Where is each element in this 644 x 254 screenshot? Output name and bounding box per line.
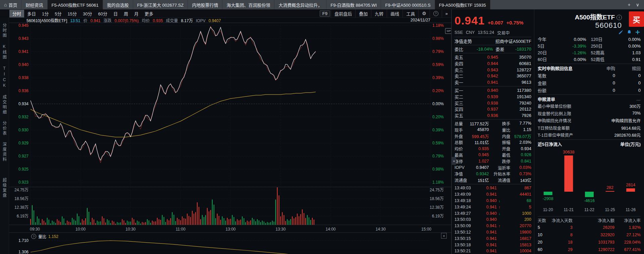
period-button[interactable]: 周 xyxy=(121,10,131,17)
nav-trend-link[interactable]: 净值走势 xyxy=(454,38,472,44)
top-tab[interactable]: 我的自选股 xyxy=(103,0,133,9)
svg-text:30638: 30638 xyxy=(563,150,575,154)
sidebar-item[interactable]: K线图 xyxy=(2,44,7,60)
toolbar-tool-button[interactable]: 九转 xyxy=(371,9,387,17)
toolbar-tool-button[interactable]: 工具 xyxy=(402,9,418,17)
toolbar-tool-button[interactable]: 叠加 xyxy=(355,9,371,17)
period-button[interactable]: 1分 xyxy=(39,10,52,17)
subscription-row: 份额00 xyxy=(538,86,641,94)
trading-status: 交易中 xyxy=(497,29,510,36)
top-tab[interactable]: 海大集团、百润股份领 xyxy=(222,0,274,9)
period-button[interactable]: 多日 xyxy=(24,10,39,17)
expand-more-icon[interactable]: » xyxy=(442,9,451,17)
settings-gear-icon[interactable]: ⚙ xyxy=(418,9,430,17)
edit-pencil-icon[interactable] xyxy=(619,30,623,35)
chart-header: 560610[A500指数ETF]13:51价0.941涨跌0.007(0.75… xyxy=(9,17,451,23)
info-icon[interactable]: i xyxy=(616,15,622,20)
flow-table-cell: 677.41% xyxy=(614,247,641,252)
svg-text:0.00%: 0.00% xyxy=(432,102,444,106)
top-tab[interactable]: 大消费概念异动拉升， xyxy=(274,0,326,9)
last-price: 0.941 xyxy=(454,14,485,27)
trade-price: 0.941 xyxy=(475,205,497,209)
stock-name: A500指数ETF xyxy=(575,14,615,21)
stat-label: IOPV xyxy=(454,165,468,170)
period-button[interactable]: 60分 xyxy=(95,10,110,17)
help-button[interactable]: ? xyxy=(430,9,442,17)
sidebar-item[interactable]: TICK xyxy=(2,66,7,89)
svg-text:10:00: 10:00 xyxy=(75,227,86,232)
bid-row[interactable]: 买一0.940117380 xyxy=(454,87,531,93)
intraday-chart-canvas[interactable]: 0.9451.18%0.9430.98%0.9410.79%0.9400.59%… xyxy=(9,17,451,254)
sales-row: 13:49:180.940↓68 xyxy=(454,198,531,204)
subscribe-col-label: 申购 xyxy=(584,65,615,71)
period-button[interactable]: 分时 xyxy=(9,10,24,17)
chart-header-field: 8.17万 xyxy=(181,18,193,23)
flow-table-header-cell: 天数 xyxy=(538,217,551,224)
stat-value: 0.03% xyxy=(511,165,532,170)
collapse-tabs-icon[interactable]: ∨ xyxy=(636,2,639,7)
more-icon[interactable]: … xyxy=(636,97,641,102)
add-plus-icon[interactable] xyxy=(635,30,640,35)
fn-key-chip[interactable]: F9 xyxy=(320,10,330,17)
ask-row[interactable]: 卖五0.94535070 xyxy=(454,54,531,60)
trade-price: 0.940 xyxy=(475,217,497,222)
top-tab[interactable]: ⌂首页 xyxy=(0,0,21,9)
wp-window-icon[interactable]: WP xyxy=(445,28,451,34)
trade-time: 13:49:09 xyxy=(454,192,475,197)
period-button[interactable]: 5分 xyxy=(52,10,64,17)
redeem-value: 0 xyxy=(615,73,641,78)
svg-text:18.56万: 18.56万 xyxy=(430,196,444,201)
bid-row[interactable]: 买五0.9367926 xyxy=(454,112,531,119)
ask-row[interactable]: 卖四0.94460681 xyxy=(454,60,531,67)
ask-row[interactable]: 卖三0.943128727 xyxy=(454,67,531,73)
toolbar-tool-button[interactable]: 盘前盘后 xyxy=(331,9,355,17)
toolbar-tool-button[interactable]: 画线 xyxy=(387,9,402,17)
bid-row[interactable]: 买四0.93720112 xyxy=(454,106,531,112)
top-tab[interactable]: 内地股票行情 xyxy=(188,0,222,9)
add-tab-icon[interactable]: + xyxy=(628,2,631,7)
top-tab[interactable]: F9-中证A500 000510.S xyxy=(381,0,435,9)
flow-table-cell: 20 xyxy=(538,240,551,245)
sidebar-item[interactable]: 分价表 xyxy=(2,121,7,136)
redemption-value: 70% xyxy=(632,111,641,116)
svg-text:11-26: 11-26 xyxy=(626,207,636,212)
svg-text:6.19万: 6.19万 xyxy=(432,214,444,218)
redemption-value: 2802670.68元 xyxy=(614,132,641,138)
time-sales-list[interactable]: 13:49:030.94186713:49:090.9414440113:49:… xyxy=(454,185,531,254)
redemption-label: 申购赎回允许情况 xyxy=(538,117,571,124)
period-button[interactable]: 15分 xyxy=(65,10,80,17)
stock-name-row: A500指数ETFi xyxy=(575,12,622,21)
top-tab[interactable]: 财经资讯 xyxy=(21,0,47,9)
period-button[interactable]: 日 xyxy=(110,10,121,17)
sidebar-item[interactable]: 分时图 xyxy=(2,23,7,38)
period-button[interactable]: 月 xyxy=(131,10,142,17)
ask-row[interactable]: 卖一0.9419613 xyxy=(454,79,531,85)
ask-row-price: 0.943 xyxy=(466,67,498,72)
inflow-unit: 单位(万元) xyxy=(620,141,641,147)
svg-text:0.59%: 0.59% xyxy=(432,62,444,67)
svg-text:0.20%: 0.20% xyxy=(432,115,444,119)
perf-value: 0.00% xyxy=(551,56,586,63)
top-tab[interactable]: F9-A500指数ETF 15935 xyxy=(435,0,490,9)
bid-row[interactable]: 买二0.939191340 xyxy=(454,93,531,100)
top-tab[interactable]: F9-浙江美大 002677.SZ xyxy=(133,0,188,9)
sidebar-item[interactable]: 成交明细 xyxy=(2,95,7,115)
ask-row[interactable]: 卖二0.942365077 xyxy=(454,73,531,79)
bid-row[interactable]: 买三0.93879240 xyxy=(454,100,531,106)
close-icon[interactable]: × xyxy=(441,233,447,239)
sidebar-item[interactable]: 深度资料 xyxy=(2,142,7,162)
subscription-header: 实时申购赎回信息 申购 赎回 xyxy=(538,65,641,72)
sidebar-item[interactable]: 超级复盘 xyxy=(2,178,7,198)
buy-button[interactable]: 买 xyxy=(629,11,644,27)
top-tab[interactable]: F9-白酒指数 884705.WI xyxy=(326,0,381,9)
period-button[interactable]: 更多 xyxy=(142,10,156,17)
svg-text:282: 282 xyxy=(606,185,613,190)
stat-value: 0.841 xyxy=(511,159,532,164)
period-button[interactable]: 30分 xyxy=(80,10,95,17)
alert-bell-icon[interactable] xyxy=(627,30,632,35)
top-tab[interactable]: F5-A500指数ETF 56061 xyxy=(48,0,103,9)
sales-row: 13:50:090.941↑20770 xyxy=(454,223,531,229)
help-icon[interactable]: ? xyxy=(31,234,36,239)
panel-expand-icon[interactable]: » xyxy=(452,157,456,165)
stat-value: 2.03% xyxy=(511,140,532,145)
